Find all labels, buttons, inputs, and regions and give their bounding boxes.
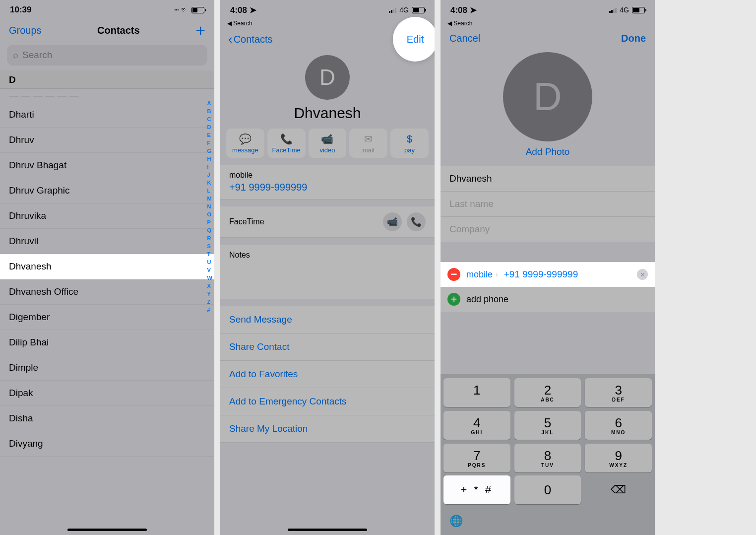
add-emergency-link[interactable]: Add to Emergency Contacts	[220, 388, 435, 415]
status-bar: 4:08 ➤ 4G	[441, 0, 655, 20]
facetime-video-button[interactable]: 📹video	[309, 129, 347, 158]
contact-row[interactable]: Dharti	[0, 102, 214, 128]
contact-row[interactable]: Dipak	[0, 381, 214, 406]
index-letter[interactable]: H	[207, 155, 212, 163]
first-name-field[interactable]: Dhvanesh	[441, 166, 655, 192]
send-message-link[interactable]: Send Message	[220, 306, 435, 334]
contact-avatar[interactable]: D	[503, 52, 592, 141]
contact-row[interactable]: Dimple	[0, 355, 214, 381]
contact-row[interactable]: Dhruv Bhagat	[0, 153, 214, 178]
index-letter[interactable]: K	[207, 179, 212, 187]
index-letter[interactable]: J	[207, 171, 212, 179]
facetime-audio-button[interactable]: 📞FaceTime	[267, 129, 306, 158]
key-6[interactable]: 6MNO	[585, 411, 652, 440]
key-9[interactable]: 9WXYZ	[585, 444, 652, 472]
index-letter[interactable]: X	[207, 282, 212, 290]
index-letter[interactable]: L	[207, 187, 212, 195]
index-letter[interactable]: O	[207, 210, 212, 218]
index-letter[interactable]: P	[207, 218, 212, 226]
clear-field-button[interactable]: ✕	[637, 269, 648, 280]
index-letter[interactable]: B	[207, 107, 212, 115]
actions-list: Send Message Share Contact Add to Favori…	[220, 306, 435, 443]
key-2[interactable]: 2ABC	[514, 378, 581, 407]
share-contact-link[interactable]: Share Contact	[220, 334, 435, 361]
pay-button[interactable]: $pay	[390, 129, 429, 158]
index-letter[interactable]: Q	[207, 226, 212, 234]
cancel-button[interactable]: Cancel	[449, 33, 480, 44]
symbols-key[interactable]: + * #	[443, 475, 510, 504]
index-letter[interactable]: V	[207, 266, 212, 274]
last-name-field[interactable]: Last name	[441, 192, 655, 217]
index-letter[interactable]: C	[207, 115, 212, 123]
done-button[interactable]: Done	[621, 33, 646, 44]
contact-row[interactable]: Dhruv	[0, 128, 214, 153]
add-phone-button[interactable]: +	[447, 293, 460, 306]
message-button[interactable]: 💬message	[226, 129, 264, 158]
key-4[interactable]: 4GHI	[443, 411, 510, 440]
contact-row[interactable]: Disha	[0, 406, 214, 431]
alpha-index[interactable]: ABCDEFGHIJKLMNOPQRSTUVWXYZ#	[207, 99, 212, 314]
remove-phone-button[interactable]: −	[447, 268, 460, 281]
mail-icon: ✉	[364, 134, 373, 144]
index-letter[interactable]: G	[207, 147, 212, 155]
contact-row[interactable]: Dilip Bhai	[0, 330, 214, 355]
groups-button[interactable]: Groups	[9, 25, 42, 36]
facetime-audio-icon[interactable]: 📞	[407, 212, 426, 231]
phone-edit-row: − mobile › +91 9999-999999 ✕	[441, 262, 655, 287]
notes-card[interactable]: Notes	[220, 245, 435, 299]
key-3[interactable]: 3DEF	[585, 378, 652, 407]
search-input[interactable]: ⌕ Search	[7, 45, 207, 66]
backspace-key[interactable]: ⌫	[585, 475, 652, 504]
index-letter[interactable]: N	[207, 202, 212, 210]
index-letter[interactable]: Y	[207, 290, 212, 298]
index-letter[interactable]: W	[207, 274, 212, 282]
key-0[interactable]: 0	[514, 475, 581, 504]
contact-row[interactable]: Dhvanesh Office	[0, 279, 214, 305]
back-to-search[interactable]: ◀ Search	[441, 20, 655, 27]
index-letter[interactable]: Z	[207, 298, 212, 306]
contact-row-selected[interactable]: Dhvanesh	[0, 254, 214, 279]
share-location-link[interactable]: Share My Location	[220, 415, 435, 443]
index-letter[interactable]: U	[207, 258, 212, 266]
contact-row[interactable]: Dhruvika	[0, 203, 214, 229]
key-8[interactable]: 8TUV	[514, 444, 581, 472]
contact-row[interactable]: Dhruvil	[0, 229, 214, 254]
battery-icon	[191, 7, 204, 13]
key-1[interactable]: 1	[443, 378, 510, 407]
contact-row[interactable]: Divyang	[0, 431, 214, 457]
phone-icon: 📞	[280, 134, 293, 144]
company-field[interactable]: Company	[441, 217, 655, 242]
add-favorites-link[interactable]: Add to Favorites	[220, 361, 435, 388]
add-contact-button[interactable]: +	[195, 22, 205, 39]
globe-icon[interactable]: 🌐	[449, 515, 463, 528]
phone-type-picker[interactable]: mobile ›	[466, 269, 498, 280]
index-letter[interactable]: D	[207, 123, 212, 131]
search-placeholder: Search	[22, 50, 52, 61]
index-letter[interactable]: F	[207, 139, 212, 147]
edit-button[interactable]: Edit	[407, 34, 424, 45]
contact-detail-screen: 4:08 ➤ 4G ◀ Search ‹Contacts Edit D Dhva…	[220, 0, 435, 535]
nav-bar: Cancel Done	[441, 27, 655, 50]
index-letter[interactable]: S	[207, 242, 212, 250]
mobile-field[interactable]: mobile +91 9999-999999	[220, 165, 435, 200]
index-letter[interactable]: E	[207, 131, 212, 139]
add-photo-button[interactable]: Add Photo	[441, 146, 655, 157]
phone-card: mobile +91 9999-999999	[220, 165, 435, 200]
index-letter[interactable]: T	[207, 250, 212, 258]
nav-bar: Groups Contacts +	[0, 20, 214, 43]
contact-row[interactable]: Digember	[0, 305, 214, 330]
index-letter[interactable]: I	[207, 163, 212, 171]
key-7[interactable]: 7PQRS	[443, 444, 510, 472]
home-indicator[interactable]	[67, 529, 147, 531]
back-button[interactable]: ‹Contacts	[228, 32, 273, 47]
index-letter[interactable]: #	[207, 306, 212, 314]
index-letter[interactable]: M	[207, 195, 212, 202]
home-indicator[interactable]	[288, 529, 367, 531]
contact-row[interactable]: Dhruv Graphic	[0, 178, 214, 203]
key-5[interactable]: 5JKL	[514, 411, 581, 440]
facetime-video-icon[interactable]: 📹	[383, 212, 402, 231]
phone-number-field[interactable]: +91 9999-999999	[504, 269, 631, 280]
index-letter[interactable]: R	[207, 234, 212, 242]
add-phone-row[interactable]: + add phone	[441, 287, 655, 312]
index-letter[interactable]: A	[207, 99, 212, 107]
